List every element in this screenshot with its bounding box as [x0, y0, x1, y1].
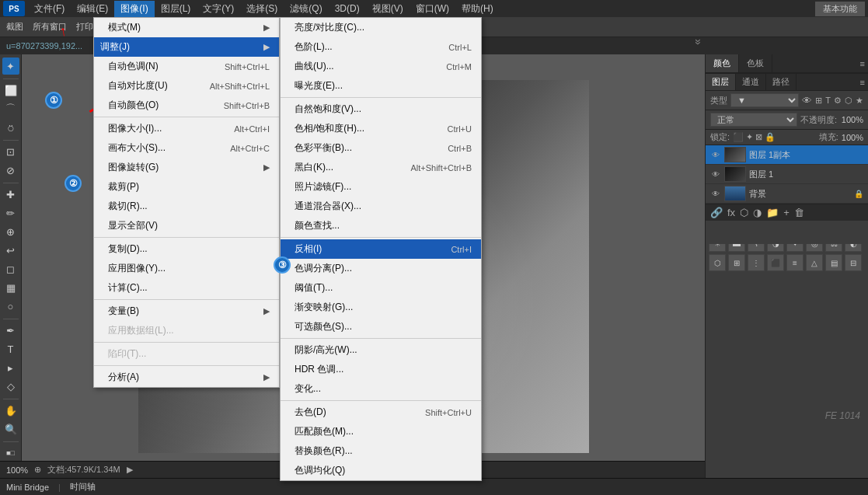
- submenu-levels[interactable]: 色阶(L)... Ctrl+L: [281, 37, 481, 57]
- menu-duplicate[interactable]: 复制(D)...: [94, 239, 279, 259]
- tool-hand[interactable]: ✋: [2, 402, 19, 419]
- menu-canvas-size[interactable]: 画布大小(S)... Alt+Ctrl+C: [94, 138, 279, 158]
- menu-auto-tone[interactable]: 自动色调(N) Shift+Ctrl+L: [94, 57, 279, 76]
- tool-clone[interactable]: ⊕: [2, 223, 19, 240]
- tool-foreground-bg[interactable]: ■□: [2, 444, 19, 462]
- adj-photofilter-icon[interactable]: ⬡: [709, 254, 726, 271]
- toolbar-screenshot[interactable]: 截图: [6, 21, 23, 33]
- submenu-invert[interactable]: 反相(I) Ctrl+I: [281, 239, 481, 259]
- lock-artboard-icon[interactable]: ⊠: [755, 132, 762, 142]
- submenu-exposure[interactable]: 曝光度(E)...: [281, 76, 481, 96]
- menu-reveal-all[interactable]: 显示全部(V): [94, 216, 279, 235]
- layer-item-1[interactable]: 👁 图层 1: [706, 165, 868, 184]
- lock-pixels-icon[interactable]: ⬛: [733, 132, 744, 142]
- tab-color[interactable]: 颜色: [706, 54, 739, 72]
- tool-zoom[interactable]: 🔍: [2, 420, 19, 437]
- menu-item-edit[interactable]: 编辑(E): [71, 1, 114, 17]
- tool-move[interactable]: ✦: [2, 58, 19, 75]
- menu-mode[interactable]: 模式(M) ▶: [94, 18, 279, 37]
- layers-filter-icon-4[interactable]: ⬡: [845, 96, 852, 106]
- submenu-photo-filter[interactable]: 照片滤镜(F)...: [281, 177, 481, 197]
- tool-magic-wand[interactable]: ⍥: [2, 119, 19, 136]
- tab-layers[interactable]: 图层: [706, 74, 736, 90]
- tool-eraser[interactable]: ◻: [2, 260, 19, 277]
- layers-fx-btn[interactable]: fx: [727, 207, 735, 218]
- adj-colorlookup-icon[interactable]: ⋮: [748, 254, 765, 271]
- panel-menu-icon[interactable]: ≡: [860, 59, 865, 68]
- tab-paths[interactable]: 路径: [766, 74, 797, 90]
- submenu-color-lookup[interactable]: 颜色查找...: [281, 216, 481, 235]
- menu-trim[interactable]: 裁切(R)...: [94, 197, 279, 216]
- submenu-brightness[interactable]: 亮度/对比度(C)...: [281, 18, 481, 37]
- image-menu-panel[interactable]: 模式(M) ▶ 调整(J) ▶ 自动色调(N) Shift+Ctrl+L 自动对…: [93, 17, 280, 388]
- adj-selective-icon[interactable]: ⊟: [845, 254, 862, 271]
- tool-brush[interactable]: ✏: [2, 204, 19, 221]
- lock-position-icon[interactable]: ✦: [746, 132, 753, 142]
- submenu-variations[interactable]: 变化...: [281, 379, 481, 399]
- tool-path-selection[interactable]: ▸: [2, 359, 19, 376]
- submenu-gradient-map[interactable]: 渐变映射(G)...: [281, 298, 481, 317]
- submenu-desaturate[interactable]: 去色(D) Shift+Ctrl+U: [281, 403, 481, 422]
- layers-new-icon[interactable]: +: [783, 207, 790, 218]
- layers-mask-icon[interactable]: ⬡: [740, 207, 748, 218]
- menu-analysis[interactable]: 分析(A) ▶: [94, 368, 279, 387]
- menu-auto-contrast[interactable]: 自动对比度(U) Alt+Shift+Ctrl+L: [94, 76, 279, 96]
- menu-variables[interactable]: 变量(B) ▶: [94, 302, 279, 321]
- submenu-curves[interactable]: 曲线(U)... Ctrl+M: [281, 57, 481, 76]
- tab-channels[interactable]: 通道: [736, 74, 766, 90]
- menu-rotate[interactable]: 图像旋转(G) ▶: [94, 158, 279, 177]
- tool-dodge[interactable]: ○: [2, 298, 19, 315]
- layer-visibility-1[interactable]: 👁: [710, 169, 721, 180]
- submenu-hdr-toning[interactable]: HDR 色调...: [281, 360, 481, 379]
- toolbar-all-windows[interactable]: 所有窗口: [33, 21, 67, 33]
- menu-apply-image[interactable]: 应用图像(Y)...: [94, 259, 279, 278]
- menu-item-select[interactable]: 选择(S): [240, 1, 284, 17]
- tool-crop[interactable]: ⊡: [2, 143, 19, 160]
- layers-delete-icon[interactable]: 🗑: [794, 207, 804, 218]
- layers-eye-toggle[interactable]: 👁: [802, 95, 812, 106]
- menu-item-3d[interactable]: 3D(D): [329, 2, 366, 16]
- workspace-button[interactable]: 基本功能: [815, 2, 865, 16]
- submenu-replace-color[interactable]: 替换颜色(R)...: [281, 441, 481, 461]
- submenu-posterize[interactable]: 色调分离(P)...: [281, 259, 481, 278]
- menu-item-view[interactable]: 视图(V): [366, 1, 410, 17]
- tool-eyedropper[interactable]: ⊘: [2, 162, 19, 179]
- tool-pen[interactable]: ✒: [2, 322, 19, 339]
- layers-type-select[interactable]: ▼: [730, 93, 799, 107]
- lock-all-icon[interactable]: 🔒: [765, 132, 776, 142]
- adj-channelmixer-icon[interactable]: ⊞: [728, 254, 745, 271]
- menu-image-size[interactable]: 图像大小(I)... Alt+Ctrl+I: [94, 119, 279, 138]
- submenu-channel-mixer[interactable]: 通道混合器(X)...: [281, 197, 481, 216]
- menu-item-filter[interactable]: 滤镜(Q): [284, 1, 328, 17]
- submenu-selective-color[interactable]: 可选颜色(S)...: [281, 317, 481, 336]
- menu-item-image[interactable]: 图像(I): [114, 1, 154, 17]
- menu-item-help[interactable]: 帮助(H): [455, 1, 500, 17]
- layers-filter-icon-1[interactable]: ⊞: [815, 96, 822, 106]
- tool-gradient[interactable]: ▦: [2, 279, 19, 296]
- submenu-equalize[interactable]: 色调均化(Q): [281, 461, 481, 480]
- layers-panel-menu-icon[interactable]: ≡: [860, 78, 865, 87]
- submenu-vibrance[interactable]: 自然饱和度(V)...: [281, 99, 481, 119]
- adj-posterize-icon[interactable]: ≡: [786, 254, 804, 271]
- submenu-shadow-highlight[interactable]: 阴影/高光(W)...: [281, 340, 481, 360]
- submenu-threshold[interactable]: 阈值(T)...: [281, 278, 481, 298]
- tab-swatches[interactable]: 色板: [739, 54, 772, 72]
- layers-filter-icon-3[interactable]: ⚙: [834, 96, 842, 106]
- submenu-bw[interactable]: 黑白(K)... Alt+Shift+Ctrl+B: [281, 158, 481, 177]
- menu-calculations[interactable]: 计算(C)...: [94, 278, 279, 298]
- adj-threshold-icon[interactable]: △: [806, 254, 823, 271]
- menu-adjust[interactable]: 调整(J) ▶: [94, 37, 279, 57]
- layers-adjustment-icon[interactable]: ◑: [753, 207, 762, 218]
- layer-item-0[interactable]: 👁 图层 1副本: [706, 145, 868, 165]
- layers-filter-icon-2[interactable]: T: [825, 96, 831, 105]
- layer-item-2[interactable]: 👁 背景 🔒: [706, 184, 868, 204]
- layers-filter-icon-5[interactable]: ★: [856, 96, 863, 106]
- menu-auto-color[interactable]: 自动颜色(O) Shift+Ctrl+B: [94, 96, 279, 115]
- menu-item-text[interactable]: 文字(Y): [197, 1, 240, 17]
- tool-marquee[interactable]: ⬜: [2, 82, 19, 99]
- panel-collapse-handle[interactable]: »: [692, 39, 705, 45]
- submenu-match-color[interactable]: 匹配颜色(M)...: [281, 422, 481, 441]
- adj-invert-icon[interactable]: ⬛: [767, 254, 784, 271]
- layers-folder-icon[interactable]: 📁: [766, 207, 779, 218]
- menu-item-file[interactable]: 文件(F): [28, 1, 71, 17]
